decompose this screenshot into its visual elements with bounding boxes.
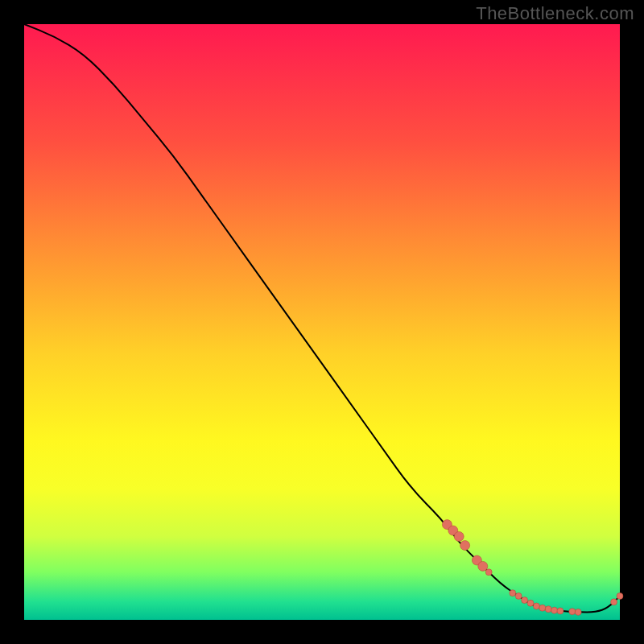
curve-marker [533, 603, 539, 609]
curve-marker [527, 600, 534, 606]
curve-marker [539, 605, 546, 611]
curve-marker [575, 609, 581, 615]
plot-area [24, 24, 620, 620]
curve-marker [611, 599, 617, 605]
curve-markers [442, 520, 623, 616]
curve-marker [545, 606, 551, 613]
curve-marker [510, 590, 516, 597]
curve-marker [485, 569, 492, 576]
watermark-text: TheBottleneck.com [476, 3, 634, 24]
curve-marker [617, 592, 623, 599]
curve-marker [478, 561, 488, 571]
curve-marker [557, 608, 564, 614]
chart-container: TheBottleneck.com [0, 0, 644, 644]
curve-marker [551, 607, 558, 613]
curve-marker [454, 531, 464, 541]
curve-marker [522, 597, 528, 604]
curve-marker [569, 609, 576, 615]
curve-marker [460, 541, 470, 551]
curve-line [24, 24, 620, 612]
bottleneck-curve [24, 24, 620, 620]
curve-marker [515, 592, 522, 599]
